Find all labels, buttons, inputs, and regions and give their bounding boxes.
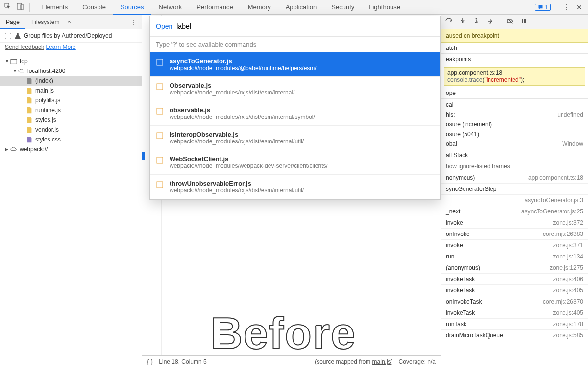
stack-frame[interactable]: _nextasyncToGenerator.js:25 bbox=[441, 206, 588, 217]
more-icon[interactable]: ⋮ bbox=[563, 2, 570, 12]
issues-badge[interactable]: 1 bbox=[535, 4, 551, 11]
tree-item[interactable]: polyfills.js bbox=[0, 95, 142, 105]
quick-open-popup: Open Type '?' to see available commands … bbox=[149, 16, 441, 200]
tree-item-label: styles.js bbox=[35, 117, 56, 123]
quick-open-item[interactable]: isInteropObservable.jswebpack:///node_mo… bbox=[150, 126, 440, 150]
navigator-menu-icon[interactable]: ⋮ bbox=[131, 19, 142, 25]
quick-open-item[interactable]: asyncToGenerator.jswebpack:///node_modul… bbox=[150, 52, 440, 77]
cursor-position: Line 18, Column 5 bbox=[159, 358, 206, 365]
file-yellow-icon bbox=[25, 126, 33, 133]
svg-rect-0 bbox=[17, 3, 22, 9]
subtab-filesystem[interactable]: Filesystem bbox=[25, 15, 65, 29]
resume-icon[interactable] bbox=[445, 17, 453, 26]
tree-item[interactable]: styles.js bbox=[0, 115, 142, 125]
stack-frame[interactable]: onInvokeTaskcore.mjs:26370 bbox=[441, 296, 588, 307]
tab-lighthouse[interactable]: Lighthouse bbox=[362, 0, 408, 15]
quick-open-item[interactable]: WebSocketClient.jswebpack:///node_module… bbox=[150, 150, 440, 175]
scope-global-row[interactable]: obalWindow bbox=[446, 139, 583, 149]
tree-item-label: polyfills.js bbox=[35, 97, 60, 104]
quick-open-item[interactable]: throwUnobservableError.jswebpack:///node… bbox=[150, 175, 440, 199]
file-icon bbox=[156, 107, 164, 115]
stack-frame[interactable]: invokeTaskzone.js:405 bbox=[441, 307, 588, 319]
call-stack-list: nonymous)app.component.ts:18syncGenerato… bbox=[441, 172, 588, 367]
send-feedback-link[interactable]: Send feedback bbox=[5, 44, 44, 50]
step-into-icon[interactable] bbox=[472, 17, 480, 26]
tree-item[interactable]: styles.css bbox=[0, 135, 142, 144]
tab-memory[interactable]: Memory bbox=[241, 0, 278, 15]
tree-item[interactable]: main.js bbox=[0, 86, 142, 95]
stack-frame[interactable]: invokezone.js:371 bbox=[441, 240, 588, 251]
svg-rect-9 bbox=[157, 59, 163, 65]
sourcemap-file-link[interactable]: main.js bbox=[372, 358, 391, 365]
stack-frame[interactable]: onInvokecore.mjs:26383 bbox=[441, 229, 588, 240]
show-ignored-link[interactable]: how ignore-listed frames bbox=[441, 161, 588, 172]
watch-section-header[interactable]: atch bbox=[441, 43, 588, 54]
scope-variable[interactable]: osure (increment) bbox=[446, 119, 583, 129]
stack-frame[interactable]: invokezone.js:372 bbox=[441, 217, 588, 229]
svg-rect-12 bbox=[157, 133, 163, 139]
coverage-info: Coverage: n/a bbox=[399, 358, 436, 365]
quick-open-item[interactable]: observable.jswebpack:///node_modules/rxj… bbox=[150, 101, 440, 126]
file-icon bbox=[156, 83, 164, 91]
tree-item[interactable]: ▼top bbox=[0, 56, 142, 66]
file-icon bbox=[156, 181, 164, 188]
step-over-icon[interactable] bbox=[459, 17, 466, 26]
quick-open-input[interactable] bbox=[176, 23, 434, 30]
tree-item-label: top bbox=[20, 58, 28, 65]
stack-frame[interactable]: invokeTaskzone.js:406 bbox=[441, 274, 588, 285]
close-icon[interactable]: ✕ bbox=[576, 3, 582, 11]
svg-rect-3 bbox=[11, 60, 17, 64]
tree-item[interactable]: ▶webpack:// bbox=[0, 144, 142, 154]
tab-application[interactable]: Application bbox=[278, 0, 324, 15]
stack-frame[interactable]: runTaskzone.js:178 bbox=[441, 319, 588, 330]
format-icon[interactable]: { } bbox=[147, 358, 153, 365]
file-tree: ▼top▼localhost:4200(index)main.jspolyfil… bbox=[0, 54, 142, 156]
file-yellow-icon bbox=[25, 97, 33, 104]
scope-local-header[interactable]: cal bbox=[446, 100, 583, 110]
step-out-icon[interactable] bbox=[486, 17, 494, 26]
scope-variable[interactable]: osure (5041) bbox=[446, 129, 583, 139]
tree-item-label: vendor.js bbox=[35, 126, 59, 133]
file-purple-icon bbox=[25, 136, 33, 143]
file-yellow-icon bbox=[25, 87, 33, 94]
tab-performance[interactable]: Performance bbox=[189, 0, 240, 15]
debugger-toolbar bbox=[441, 15, 588, 29]
stack-frame[interactable]: drainMicroTaskQueuezone.js:585 bbox=[441, 330, 588, 341]
tab-network[interactable]: Network bbox=[151, 0, 190, 15]
breakpoint-snippet[interactable]: app.component.ts:18 console.trace("incre… bbox=[444, 67, 585, 86]
file-yellow-icon bbox=[25, 107, 33, 114]
tree-item-label: localhost:4200 bbox=[27, 68, 65, 74]
tree-item[interactable]: ▼localhost:4200 bbox=[0, 66, 142, 76]
stack-frame[interactable]: asyncToGenerator.js:3 bbox=[441, 195, 588, 206]
device-icon[interactable] bbox=[17, 2, 24, 12]
quick-open-label: Open bbox=[156, 23, 172, 30]
tree-item[interactable]: (index) bbox=[0, 76, 142, 86]
tab-sources[interactable]: Sources bbox=[113, 0, 151, 15]
scope-variable[interactable]: his:undefined bbox=[446, 110, 583, 119]
quick-open-item[interactable]: Observable.jswebpack:///node_modules/rxj… bbox=[150, 77, 440, 101]
pause-exceptions-icon[interactable] bbox=[520, 17, 528, 26]
tree-item[interactable]: runtime.js bbox=[0, 105, 142, 115]
quick-open-hint: Type '?' to see available commands bbox=[150, 37, 440, 52]
more-subtabs-icon[interactable]: » bbox=[67, 19, 71, 25]
breakpoints-section-header[interactable]: eakpoints bbox=[441, 54, 588, 65]
tab-elements[interactable]: Elements bbox=[34, 0, 75, 15]
tab-security[interactable]: Security bbox=[324, 0, 362, 15]
stack-frame[interactable]: syncGeneratorStep bbox=[441, 184, 588, 195]
tree-item[interactable]: vendor.js bbox=[0, 125, 142, 135]
inspect-icon[interactable] bbox=[4, 2, 12, 12]
deactivate-breakpoints-icon[interactable] bbox=[506, 17, 514, 26]
learn-more-link[interactable]: Learn More bbox=[46, 44, 75, 50]
stack-frame[interactable]: invokeTaskzone.js:405 bbox=[441, 285, 588, 296]
subtab-page[interactable]: Page bbox=[0, 15, 25, 29]
stack-frame[interactable]: runzone.js:134 bbox=[441, 251, 588, 262]
stack-frame[interactable]: nonymous)app.component.ts:18 bbox=[441, 172, 588, 184]
tree-item-label: webpack:// bbox=[20, 146, 48, 153]
tab-console[interactable]: Console bbox=[75, 0, 113, 15]
file-icon bbox=[156, 132, 164, 140]
scope-section-header[interactable]: ope bbox=[441, 88, 588, 99]
group-files-checkbox[interactable] bbox=[5, 33, 11, 39]
sourcemap-info: (source mapped from main.js) bbox=[315, 358, 392, 365]
callstack-section-header[interactable]: all Stack bbox=[441, 150, 588, 161]
stack-frame[interactable]: (anonymous)zone.js:1275 bbox=[441, 262, 588, 274]
